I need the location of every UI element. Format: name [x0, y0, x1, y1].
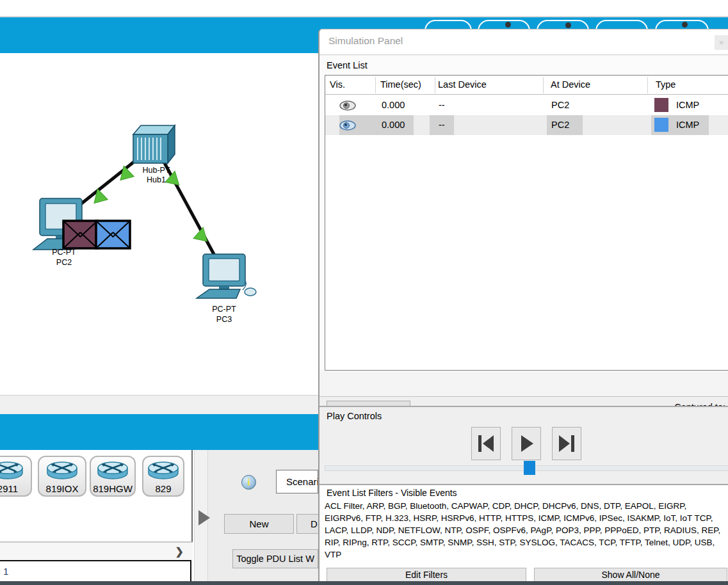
column-divider [543, 77, 544, 93]
slider-handle[interactable] [524, 461, 535, 475]
step-back-icon [476, 434, 496, 453]
link-pc2-hub[interactable] [81, 159, 137, 204]
pdu-list-value: 1 [3, 566, 8, 577]
device-button-label: 819HGW [91, 483, 134, 494]
device-label: PC3 [216, 315, 232, 324]
step-back-button[interactable] [471, 427, 501, 460]
pdu-envelope-icmp-1[interactable] [63, 221, 97, 248]
simulation-panel: Simulation Panel × Event List Vis. Time(… [318, 29, 728, 581]
device-label: Hub1 [147, 175, 166, 184]
cell-last-device: -- [439, 100, 445, 110]
delete-scenario-button[interactable]: D [296, 514, 320, 534]
device-button-2911[interactable]: 2911 [0, 456, 32, 497]
cell-type: ICMP [676, 100, 699, 110]
cell-type: ICMP [676, 120, 699, 130]
device-label: PC-PT [52, 248, 76, 257]
panel-title: Simulation Panel [328, 35, 403, 47]
scenario-dropdown[interactable]: Scenari [276, 470, 318, 493]
event-list-label: Event List [327, 60, 368, 70]
scenario-info-button[interactable]: i [241, 475, 256, 490]
cell-at-device: PC2 [551, 120, 569, 130]
device-label: Hub-PT [142, 166, 170, 175]
event-row-selected[interactable]: 0.000 -- PC2 ICMP [325, 115, 728, 135]
col-header-vis[interactable]: Vis. [330, 79, 345, 90]
col-header-at-device[interactable]: At Device [551, 79, 590, 90]
device-hub1[interactable] [133, 125, 175, 163]
cell-last-device: -- [439, 120, 445, 130]
router-icon [147, 459, 180, 482]
column-divider [375, 77, 376, 93]
device-button-label: 829 [143, 483, 183, 494]
filters-title: Event List Filters - Visible Events [327, 488, 457, 498]
play-button[interactable] [512, 427, 541, 460]
scroll-right-chevron-icon[interactable]: ❯ [175, 545, 184, 557]
info-icon: i [247, 477, 250, 487]
palette-expand-arrow-icon[interactable] [198, 510, 210, 525]
visible-protocols-list: ACL Filter, ARP, BGP, Bluetooth, CAPWAP,… [325, 500, 727, 561]
bottom-edge-bar [0, 581, 728, 585]
event-list-header: Vis. Time(sec) Last Device At Device Typ… [325, 76, 728, 95]
toggle-pdu-list-button[interactable]: Toggle PDU List W [232, 549, 318, 568]
cell-time: 0.000 [382, 120, 405, 130]
router-icon [45, 459, 79, 482]
col-header-last-device[interactable]: Last Device [438, 79, 487, 90]
router-icon [0, 459, 24, 482]
window-top-area [0, 0, 728, 16]
device-label: PC2 [56, 258, 72, 267]
close-icon[interactable]: × [715, 35, 728, 50]
event-list-table[interactable]: Vis. Time(sec) Last Device At Device Typ… [325, 75, 728, 371]
event-list-section: Event List Vis. Time(sec) Last Device At… [320, 56, 728, 370]
column-divider [435, 77, 435, 93]
tool-icon [682, 22, 688, 28]
edit-filters-button[interactable]: Edit Filters [327, 568, 526, 582]
visible-eye-icon[interactable] [339, 100, 356, 111]
type-color-swatch [654, 98, 668, 112]
device-button-label: 2911 [0, 483, 31, 494]
cell-at-device: PC2 [551, 100, 569, 110]
col-header-type[interactable]: Type [656, 79, 675, 90]
device-button-819hgw[interactable]: 819HGW [90, 456, 136, 497]
tool-icon [505, 22, 511, 28]
col-header-time[interactable]: Time(sec) [380, 79, 421, 90]
router-icon [96, 459, 129, 482]
pdu-list-window: 1 [0, 560, 191, 581]
device-palette: 2911 819IOX 819HGW 829 [0, 450, 193, 542]
show-all-none-button[interactable]: Show All/None [534, 568, 727, 582]
event-filters-section: Event List Filters - Visible Events ACL … [320, 485, 728, 582]
network-topology: Hub-PT Hub1 PC-PT PC2 PC-PT PC3 [0, 53, 318, 395]
tool-icon [565, 22, 571, 28]
cell-time: 0.000 [382, 100, 405, 110]
device-button-819iox[interactable]: 819IOX [38, 456, 86, 497]
pdu-envelope-icmp-2[interactable] [96, 221, 130, 248]
play-controls-section: Play Controls [320, 406, 728, 485]
device-button-829[interactable]: 829 [142, 456, 184, 497]
step-forward-icon [557, 434, 576, 453]
device-pc3[interactable] [197, 254, 256, 298]
palette-scroll-strip: ❯ [0, 542, 193, 560]
play-icon [517, 434, 536, 453]
visible-eye-icon[interactable] [339, 120, 356, 131]
event-row[interactable]: 0.000 -- PC2 ICMP [325, 95, 728, 115]
scenario-dropdown-value: Scenari [277, 470, 318, 493]
step-forward-button[interactable] [552, 427, 581, 460]
simulation-panel-titlebar[interactable]: Simulation Panel × [320, 29, 728, 55]
column-divider [647, 77, 648, 93]
device-label: PC-PT [212, 305, 236, 314]
device-button-label: 819IOX [39, 483, 85, 494]
new-scenario-button[interactable]: New [224, 514, 294, 534]
play-controls-label: Play Controls [327, 411, 382, 421]
type-color-swatch [654, 118, 668, 132]
